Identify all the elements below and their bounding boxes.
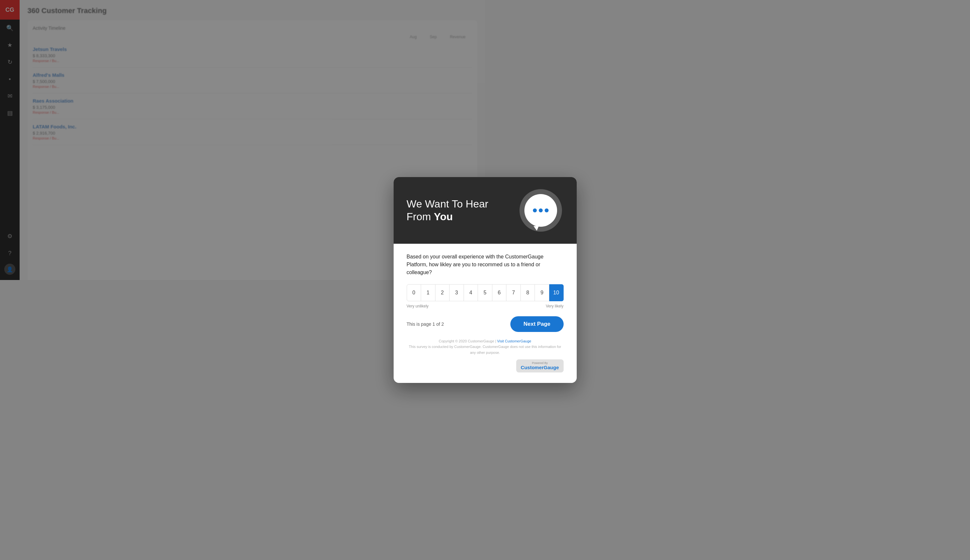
modal-body: Based on your overall experience with th…	[394, 244, 486, 280]
header-line1: We Want To Hear	[407, 198, 486, 210]
overlay-backdrop: We Want To Hear From You	[0, 0, 485, 280]
survey-question: Based on your overall experience with th…	[407, 253, 486, 277]
header-from: From	[407, 211, 434, 222]
header-you: You	[434, 211, 453, 222]
modal-header-text: We Want To Hear From You	[407, 198, 486, 223]
modal-header: We Want To Hear From You	[394, 177, 486, 244]
header-line2: From You	[407, 210, 486, 223]
survey-modal: We Want To Hear From You	[394, 177, 486, 280]
